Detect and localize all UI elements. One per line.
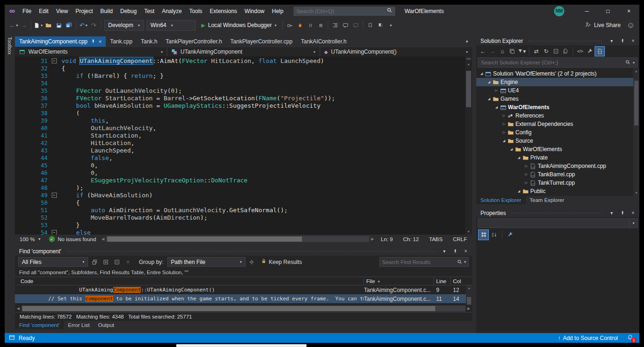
scrollbar-thumb[interactable] xyxy=(634,81,638,125)
live-share-button[interactable]: Live Share xyxy=(585,21,621,29)
tool-tab-find-component[interactable]: Find 'component' xyxy=(15,321,64,329)
find-result-row-2[interactable]: // Set this component to be initialized … xyxy=(15,294,472,303)
navigate-backward-icon[interactable]: ←▾ xyxy=(8,20,19,30)
code-line-51[interactable]: 51 auto AimDirection = OutLaunchVelocity… xyxy=(15,207,465,214)
code-line-43[interactable]: 43 LaunchSpeed, xyxy=(15,147,465,154)
tree-item-ue4[interactable]: ▷++UE4 xyxy=(476,86,633,95)
hot-reload-icon[interactable] xyxy=(295,20,305,30)
menu-help[interactable]: Help xyxy=(268,6,288,17)
solution-explorer-search[interactable]: ▾ xyxy=(478,57,638,68)
expand-arrow-icon[interactable]: ◢ xyxy=(486,97,493,101)
chevron-down-icon[interactable]: ▾ xyxy=(629,219,637,228)
menu-test[interactable]: Test xyxy=(140,6,158,17)
code-line-33[interactable]: 33 if (!Barrel) { return; } xyxy=(15,72,465,80)
preview-selected-items-icon[interactable] xyxy=(595,47,604,56)
menu-tools[interactable]: Tools xyxy=(185,6,206,17)
menu-view[interactable]: View xyxy=(52,6,72,17)
expand-arrow-icon[interactable]: ◢ xyxy=(493,105,500,109)
quick-search-input[interactable] xyxy=(296,8,387,14)
results-vertical-scrollbar[interactable]: ▲ ▼ xyxy=(466,285,472,305)
window-position-icon[interactable]: ▾ xyxy=(608,210,615,215)
expand-arrow-icon[interactable]: ▷ xyxy=(493,89,500,92)
minimize-button[interactable]: ─ xyxy=(576,5,597,17)
close-icon[interactable]: × xyxy=(630,210,637,215)
find-results-search-input[interactable] xyxy=(382,259,455,265)
new-file-icon[interactable]: ▾ xyxy=(33,20,43,30)
bookmark-list-icon[interactable] xyxy=(375,20,385,30)
attach-to-process-icon[interactable] xyxy=(285,20,295,30)
pin-icon[interactable] xyxy=(619,39,626,43)
scrollbar-track[interactable] xyxy=(21,305,466,312)
tree-item-private[interactable]: ◢Private xyxy=(476,153,633,162)
column-header-line[interactable]: Line xyxy=(434,277,451,285)
clear-results-icon[interactable]: × xyxy=(123,257,133,267)
expand-all-icon[interactable] xyxy=(101,257,110,267)
redo-icon[interactable]: ↷ xyxy=(89,20,99,30)
editor-horizontal-scrollbar[interactable]: ◀ ▶ xyxy=(100,235,376,243)
code-line-46[interactable]: 46 0, xyxy=(15,169,465,177)
expand-arrow-icon[interactable]: ◢ xyxy=(508,147,515,151)
scrollbar-track[interactable] xyxy=(106,236,369,242)
expand-arrow-icon[interactable]: ◢ xyxy=(486,80,493,84)
scrollbar-thumb[interactable] xyxy=(107,236,302,242)
scrollbar-track[interactable] xyxy=(465,67,472,229)
fold-collapse-icon[interactable]: − xyxy=(52,230,57,235)
debug-target-chevron-icon[interactable]: ▾ xyxy=(274,23,276,28)
expand-arrow-icon[interactable]: ◢ xyxy=(478,72,485,76)
menu-build[interactable]: Build xyxy=(96,6,116,17)
pin-icon[interactable] xyxy=(452,249,459,254)
tree-item-warofelements[interactable]: ◢++WarOfElements xyxy=(476,103,633,111)
uncomment-icon[interactable] xyxy=(350,20,361,30)
editor-tab-tankplayercontroller-h[interactable]: TankPlayerController.h xyxy=(162,36,226,47)
tree-item-references[interactable]: ▷References xyxy=(476,111,633,120)
forward-icon[interactable]: → xyxy=(488,47,497,56)
background-tasks-icon[interactable] xyxy=(9,334,15,342)
alphabetical-sort-icon[interactable]: AZ xyxy=(489,230,499,240)
expand-arrow-icon[interactable]: ◢ xyxy=(500,139,507,143)
line-indicator[interactable]: Ln: 9 xyxy=(376,236,398,242)
expand-arrow-icon[interactable]: ▷ xyxy=(523,164,530,168)
splitter-grip[interactable] xyxy=(466,58,471,60)
pending-changes-filter-icon[interactable]: ▾ xyxy=(517,47,527,56)
menu-extensions[interactable]: Extensions xyxy=(206,6,241,17)
editor-tab-tank-cpp[interactable]: Tank.cpp xyxy=(106,36,137,47)
expand-arrow-icon[interactable]: ◢ xyxy=(515,189,522,193)
menu-edit[interactable]: Edit xyxy=(35,6,52,17)
code-line-35[interactable]: 35 FVector OutLaunchVelocity(0); xyxy=(15,87,465,95)
break-all-icon[interactable] xyxy=(305,20,315,30)
editor-tab-tankplayercontroller-cpp[interactable]: TankPlayerController.cpp xyxy=(226,36,296,47)
code-line-37[interactable]: 37 bool bHaveAimSolution = UGameplayStat… xyxy=(15,102,465,110)
menu-analyze[interactable]: Analyze xyxy=(158,6,185,17)
panel-drag-grip[interactable] xyxy=(512,212,603,214)
zoom-control[interactable]: 100 %▾ xyxy=(15,236,45,242)
user-avatar[interactable]: NM xyxy=(554,6,564,16)
code-line-50[interactable]: 50 { xyxy=(15,199,465,207)
show-all-files-icon[interactable] xyxy=(561,47,570,56)
tool-tab-team-explorer[interactable]: Team Explorer xyxy=(526,196,569,204)
code-line-52[interactable]: 52 MoveBarrelTowards(AimDirection); xyxy=(15,214,465,222)
close-button[interactable]: × xyxy=(618,5,639,17)
save-icon[interactable] xyxy=(54,20,64,30)
fold-collapse-icon[interactable]: − xyxy=(52,58,57,63)
pin-icon[interactable] xyxy=(91,39,96,44)
tool-tab-error-list[interactable]: Error List xyxy=(64,321,94,329)
scroll-left-icon[interactable]: ◀ xyxy=(100,236,106,242)
tree-item-tankturret-cpp[interactable]: ▷++TankTurret.cpp xyxy=(476,179,633,187)
scroll-left-icon[interactable]: ◀ xyxy=(15,306,21,312)
expand-arrow-icon[interactable]: ▷ xyxy=(500,122,507,126)
code-view-icon[interactable]: </> xyxy=(575,47,585,56)
menu-project[interactable]: Project xyxy=(72,6,96,17)
categorized-icon[interactable] xyxy=(479,230,488,240)
column-indicator[interactable]: Ch: 12 xyxy=(398,236,424,242)
scroll-down-icon[interactable]: ▼ xyxy=(635,190,638,196)
solution-search-input[interactable] xyxy=(481,60,623,65)
scroll-up-icon[interactable]: ▲ xyxy=(467,62,470,67)
code-line-54[interactable]: 54− else xyxy=(15,229,465,235)
pin-icon[interactable] xyxy=(619,211,626,215)
code-line-45[interactable]: 45 0, xyxy=(15,162,465,169)
tree-item-config[interactable]: ▷Config xyxy=(476,128,633,137)
tree-item-warofelements[interactable]: ◢WarOfElements xyxy=(476,145,633,153)
code-editor[interactable]: 31−void UTankAimingComponent::AimAt(FVec… xyxy=(15,56,472,235)
close-tab-icon[interactable]: × xyxy=(99,39,102,44)
editor-vertical-scrollbar[interactable]: ▲ ▼ xyxy=(465,56,472,235)
